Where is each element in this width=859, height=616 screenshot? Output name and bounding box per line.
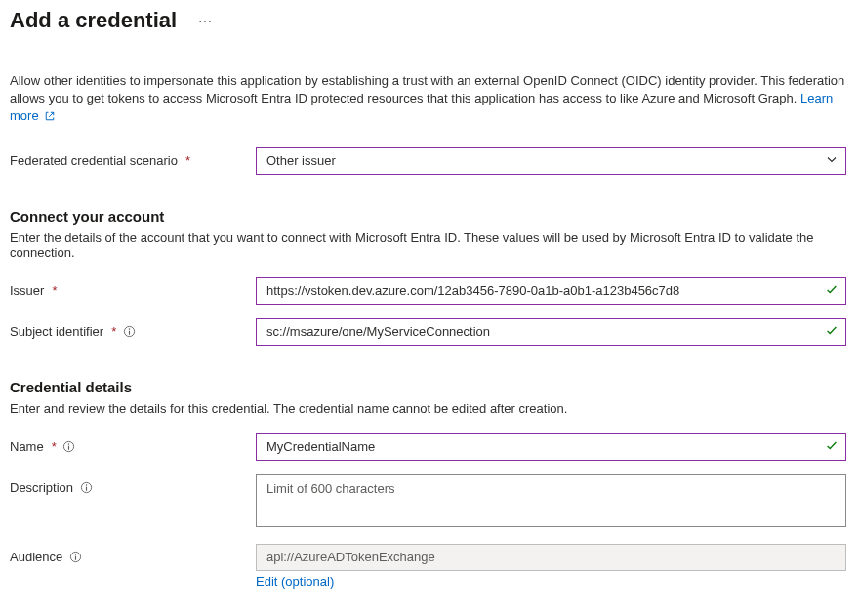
required-star: * xyxy=(52,439,57,454)
page-title: Add a credential xyxy=(10,8,177,33)
audience-edit-link[interactable]: Edit (optional) xyxy=(256,574,334,589)
subject-input[interactable] xyxy=(256,318,846,346)
info-icon[interactable] xyxy=(122,324,136,338)
required-star: * xyxy=(52,283,57,298)
info-icon[interactable] xyxy=(62,439,76,453)
scenario-row: Federated credential scenario* Other iss… xyxy=(10,147,849,175)
subject-label: Subject identifier* xyxy=(10,318,256,339)
scenario-label-text: Federated credential scenario xyxy=(10,153,178,168)
audience-label: Audience xyxy=(10,544,256,564)
svg-point-4 xyxy=(68,443,69,444)
svg-rect-11 xyxy=(75,555,76,559)
description-label: Description xyxy=(10,474,256,495)
svg-rect-8 xyxy=(85,486,86,490)
details-section-desc: Enter and review the details for this cr… xyxy=(10,401,849,416)
svg-point-7 xyxy=(85,484,86,485)
name-input[interactable] xyxy=(256,433,846,461)
scenario-select[interactable]: Other issuer xyxy=(256,147,846,175)
chevron-down-icon xyxy=(826,153,838,168)
connect-section-heading: Connect your account xyxy=(10,208,849,225)
svg-rect-2 xyxy=(129,330,130,334)
svg-rect-5 xyxy=(68,445,69,449)
title-row: Add a credential ··· xyxy=(10,8,849,33)
description-label-text: Description xyxy=(10,480,73,495)
audience-label-text: Audience xyxy=(10,550,62,564)
name-row: Name* xyxy=(10,433,849,461)
issuer-label: Issuer* xyxy=(10,277,256,298)
info-icon[interactable] xyxy=(79,480,93,494)
scenario-label: Federated credential scenario* xyxy=(10,147,256,168)
required-star: * xyxy=(185,153,190,168)
details-section-heading: Credential details xyxy=(10,379,849,395)
audience-input xyxy=(256,544,846,571)
issuer-label-text: Issuer xyxy=(10,283,44,298)
issuer-row: Issuer* xyxy=(10,277,849,305)
svg-point-10 xyxy=(74,554,75,554)
name-label-text: Name xyxy=(10,439,44,454)
info-icon[interactable] xyxy=(68,550,82,563)
issuer-input[interactable] xyxy=(256,277,846,305)
scenario-selected-value: Other issuer xyxy=(266,153,336,168)
audience-row: Audience Edit (optional) xyxy=(10,544,849,589)
connect-section-desc: Enter the details of the account that yo… xyxy=(10,230,849,260)
subject-label-text: Subject identifier xyxy=(10,324,103,339)
name-label: Name* xyxy=(10,433,256,454)
external-link-icon xyxy=(44,109,56,127)
intro-text-block: Allow other identities to impersonate th… xyxy=(10,72,849,128)
description-textarea[interactable] xyxy=(256,474,846,527)
intro-text: Allow other identities to impersonate th… xyxy=(10,73,844,105)
description-row: Description xyxy=(10,474,849,530)
more-actions-button[interactable]: ··· xyxy=(192,11,219,30)
required-star: * xyxy=(111,324,116,339)
svg-point-1 xyxy=(128,328,129,329)
subject-row: Subject identifier* xyxy=(10,318,849,346)
